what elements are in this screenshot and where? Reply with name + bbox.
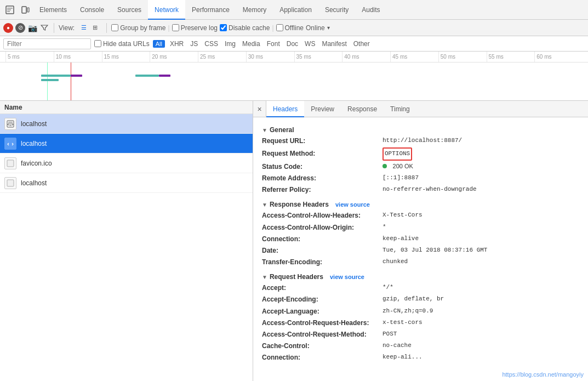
- hide-data-urls-label: Hide data URLs: [103, 40, 150, 48]
- device-icon[interactable]: [18, 5, 33, 14]
- list-view-button[interactable]: ☰: [79, 23, 89, 33]
- filter-font[interactable]: Font: [265, 40, 282, 48]
- filter-manifest[interactable]: Manifest: [320, 40, 348, 48]
- tab-memory[interactable]: Memory: [236, 0, 273, 20]
- filter-css[interactable]: CSS: [203, 40, 220, 48]
- preserve-log-group: Preserve log: [172, 24, 218, 32]
- timeline-dcl-marker: [71, 62, 71, 101]
- acao-headers-row: Access-Control-Allow-Headers: X-Test-Cor…: [262, 211, 579, 221]
- tab-console[interactable]: Console: [73, 0, 111, 20]
- tab-security[interactable]: Security: [318, 0, 355, 20]
- tick-30ms: 30 ms: [246, 52, 294, 62]
- accept-encoding-key: Accept-Encoding:: [262, 294, 383, 305]
- cache-control-value: no-cache: [383, 341, 412, 351]
- devtools-tab-bar: Elements Console Sources Network Perform…: [0, 0, 588, 20]
- hide-data-urls-group: Hide data URLs: [94, 40, 150, 48]
- group-by-frame-checkbox[interactable]: [111, 24, 118, 31]
- request-headers-view-source[interactable]: view source: [330, 274, 364, 280]
- general-arrow: ▼: [262, 127, 267, 133]
- offline-checkbox[interactable]: [276, 24, 283, 31]
- date-row: Date: Tue, 03 Jul 2018 08:37:16 GMT: [262, 246, 579, 256]
- request-item[interactable]: localhost: [0, 134, 253, 153]
- status-code-row: Status Code: 200 OK: [262, 162, 579, 172]
- transfer-encoding-row: Transfer-Encoding: chunked: [262, 257, 579, 268]
- acao-headers-key: Access-Control-Allow-Headers:: [262, 211, 383, 221]
- filter-js[interactable]: JS: [189, 40, 199, 48]
- wf-bar-1: [41, 75, 71, 77]
- request-method-key: Request Method:: [262, 149, 383, 159]
- wf-bar-4: [135, 75, 159, 77]
- transfer-encoding-key: Transfer-Encoding:: [262, 257, 383, 268]
- filter-other[interactable]: Other: [352, 40, 372, 48]
- cache-control-key: Cache-Control:: [262, 341, 383, 351]
- wf-bar-2: [71, 75, 82, 77]
- tab-response[interactable]: Response: [341, 101, 384, 117]
- response-headers-view-source[interactable]: view source: [335, 201, 370, 208]
- filter-button[interactable]: [39, 23, 49, 33]
- filter-media[interactable]: Media: [241, 40, 262, 48]
- filter-img[interactable]: Img: [223, 40, 237, 48]
- tab-headers[interactable]: Headers: [266, 101, 304, 117]
- request-item[interactable]: favicon.ico: [0, 153, 253, 173]
- hide-data-urls-checkbox[interactable]: [94, 40, 101, 47]
- tab-elements[interactable]: Elements: [33, 0, 73, 20]
- preserve-log-checkbox[interactable]: [172, 24, 179, 31]
- record-button[interactable]: ●: [3, 23, 13, 33]
- main-area: Name localhost: [0, 101, 588, 381]
- requests-list: localhost localhost: [0, 114, 253, 381]
- req-name-3: favicon.ico: [21, 160, 52, 167]
- filter-input[interactable]: [3, 38, 91, 49]
- all-filter-badge[interactable]: All: [153, 40, 165, 48]
- requests-panel: Name localhost: [0, 101, 253, 381]
- request-headers-arrow: ▼: [262, 274, 267, 280]
- timeline-marker: [47, 62, 48, 101]
- acao-origin-value: *: [383, 223, 386, 233]
- tab-sources[interactable]: Sources: [111, 0, 148, 20]
- clear-button[interactable]: ⊘: [15, 23, 25, 33]
- tab-preview[interactable]: Preview: [304, 101, 341, 117]
- tick-5ms: 5 ms: [5, 52, 54, 62]
- tick-50ms: 50 ms: [438, 52, 487, 62]
- acao-origin-key: Access-Control-Allow-Origin:: [262, 223, 383, 233]
- disable-cache-checkbox[interactable]: [220, 24, 227, 31]
- offline-label: Offline: [285, 24, 304, 32]
- acr-method-row: Access-Control-Request-Method: POST: [262, 329, 579, 340]
- req-name-4: localhost: [21, 179, 47, 187]
- acao-headers-value: X-Test-Cors: [383, 211, 423, 221]
- acr-headers-value: x-test-cors: [383, 318, 423, 328]
- req-icon-image: [4, 157, 16, 169]
- filter-xhr[interactable]: XHR: [168, 40, 185, 48]
- online-dropdown-arrow[interactable]: ▾: [327, 25, 330, 31]
- request-item[interactable]: localhost: [0, 114, 253, 134]
- status-code-value: 200 OK: [383, 162, 413, 172]
- tick-40ms: 40 ms: [342, 52, 390, 62]
- close-details-button[interactable]: ×: [253, 101, 266, 117]
- tab-application[interactable]: Application: [273, 0, 318, 20]
- referrer-policy-row: Referrer Policy: no-referrer-when-downgr…: [262, 185, 579, 195]
- req-icon-page: [4, 118, 16, 130]
- request-method-value: OPTIONS: [383, 147, 412, 161]
- wf-bar-5: [159, 75, 170, 77]
- tick-60ms: 60 ms: [534, 52, 583, 62]
- tick-25ms: 25 ms: [198, 52, 246, 62]
- acao-origin-row: Access-Control-Allow-Origin: *: [262, 223, 579, 233]
- tab-network[interactable]: Network: [148, 0, 185, 20]
- tab-audits[interactable]: Audits: [355, 0, 386, 20]
- filter-ws[interactable]: WS: [303, 40, 317, 48]
- acr-method-key: Access-Control-Request-Method:: [262, 329, 383, 340]
- grid-view-button[interactable]: ⊞: [90, 23, 100, 33]
- accept-row: Accept: */*: [262, 283, 579, 293]
- camera-button[interactable]: 📷: [27, 23, 37, 33]
- disable-cache-label: Disable cache: [229, 24, 270, 32]
- request-item[interactable]: localhost: [0, 173, 253, 193]
- connection-req-value: keep-ali...: [383, 352, 423, 363]
- timeline-area: 5 ms 10 ms 15 ms 20 ms 25 ms 30 ms 35 ms…: [0, 52, 588, 101]
- tab-performance[interactable]: Performance: [185, 0, 236, 20]
- remote-address-value: [::1]:8887: [383, 173, 419, 184]
- tab-timing[interactable]: Timing: [384, 101, 416, 117]
- connection-key: Connection:: [262, 234, 383, 244]
- filter-doc[interactable]: Doc: [285, 40, 300, 48]
- inspect-icon[interactable]: [2, 5, 18, 14]
- network-toolbar: ● ⊘ 📷 View: ☰ ⊞ Group by frame | Preserv…: [0, 20, 588, 36]
- view-icon-group: ☰ ⊞: [79, 23, 100, 33]
